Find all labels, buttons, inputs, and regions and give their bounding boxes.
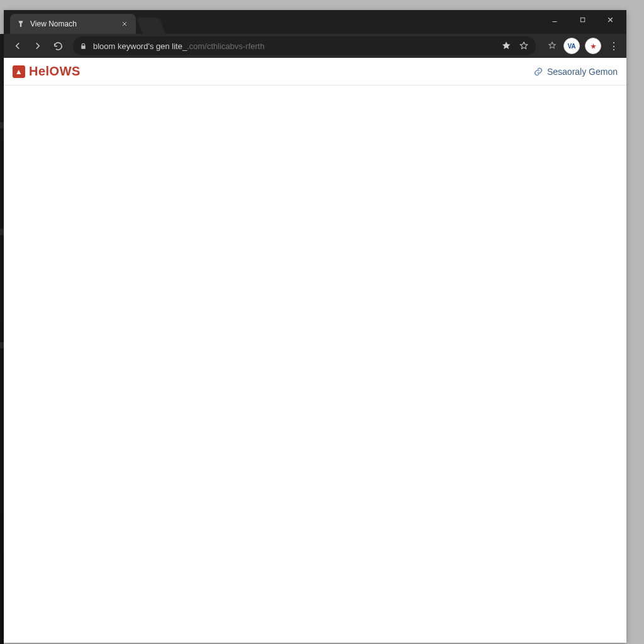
- tab-favicon-icon: [16, 19, 25, 28]
- extensions-icon[interactable]: [546, 40, 558, 52]
- extension-1-label: VA: [567, 43, 575, 50]
- tab-close-icon[interactable]: [119, 19, 130, 29]
- address-bar[interactable]: bloom keyword's gen lite_.com/cthlicabvs…: [73, 36, 536, 55]
- forward-button[interactable]: [29, 37, 47, 55]
- titlebar: View Nomach: [4, 10, 626, 34]
- maximize-button[interactable]: [569, 10, 596, 29]
- bookmark-filled-icon[interactable]: [501, 40, 512, 52]
- browser-window: View Nomach: [4, 10, 626, 643]
- page-body: [4, 86, 626, 643]
- link-icon: [533, 67, 543, 77]
- back-button[interactable]: [9, 37, 26, 55]
- site-brand[interactable]: ▲ HelOWS: [13, 64, 80, 79]
- toolbar-right-cluster: VA ★ ⋮: [542, 38, 621, 54]
- header-link-label: Sesaoraly Gemon: [547, 67, 618, 77]
- extension-slot-2[interactable]: ★: [585, 38, 601, 54]
- new-tab-button[interactable]: [136, 18, 165, 34]
- extension-2-label: ★: [591, 43, 596, 50]
- tab-title: View Nomach: [30, 19, 77, 28]
- extension-slot-1[interactable]: VA: [564, 38, 580, 54]
- browser-toolbar: bloom keyword's gen lite_.com/cthlicabvs…: [4, 34, 626, 58]
- kebab-menu-icon[interactable]: ⋮: [606, 40, 621, 52]
- url-path: .com/cthlicabvs-rferth: [187, 42, 265, 51]
- lock-icon: [79, 42, 88, 50]
- svg-rect-0: [580, 18, 584, 21]
- minimize-button[interactable]: [541, 10, 569, 29]
- address-bar-actions: [501, 40, 530, 52]
- browser-tab[interactable]: View Nomach: [10, 14, 136, 34]
- brand-logo-glyph: ▲: [15, 67, 23, 76]
- reload-button[interactable]: [49, 37, 67, 55]
- site-header: ▲ HelOWS Sesaoraly Gemon: [4, 58, 626, 86]
- brand-name: HelOWS: [29, 64, 80, 79]
- bookmark-outline-icon[interactable]: [518, 40, 530, 52]
- url-host: bloom keyword's gen lite_: [93, 42, 187, 51]
- url-text: bloom keyword's gen lite_.com/cthlicabvs…: [93, 42, 265, 51]
- window-controls: [541, 10, 624, 29]
- brand-logo-icon: ▲: [13, 65, 25, 78]
- page-viewport: ▲ HelOWS Sesaoraly Gemon: [4, 58, 626, 643]
- close-window-button[interactable]: [596, 10, 624, 29]
- header-link[interactable]: Sesaoraly Gemon: [533, 67, 618, 77]
